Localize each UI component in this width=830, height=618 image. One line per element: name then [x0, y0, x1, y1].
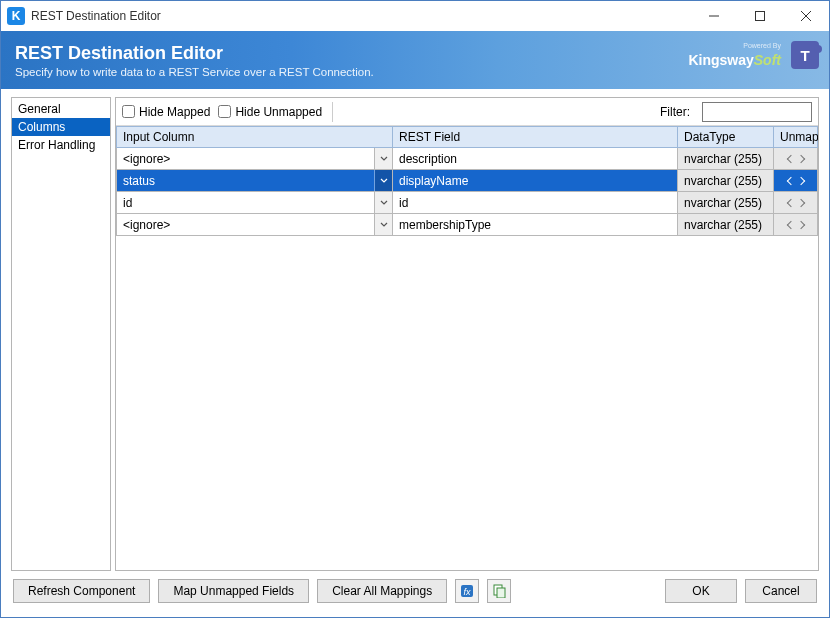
banner-subtitle: Specify how to write data to a REST Serv…	[15, 66, 374, 78]
col-header-input[interactable]: Input Column	[117, 127, 393, 148]
datatype-value: nvarchar (255)	[678, 170, 773, 191]
fx-icon-button[interactable]: fx	[455, 579, 479, 603]
unmap-button[interactable]	[774, 148, 817, 169]
unmap-button[interactable]	[774, 192, 817, 213]
main-panel: Hide Mapped Hide Unmapped Filter: Input …	[115, 97, 819, 571]
input-column-value: status	[117, 170, 375, 191]
hide-unmapped-checkbox[interactable]: Hide Unmapped	[218, 105, 322, 119]
svg-rect-7	[497, 588, 505, 598]
banner: REST Destination Editor Specify how to w…	[1, 31, 829, 89]
table-row[interactable]: <ignore>membershipTypenvarchar (255)	[117, 214, 818, 236]
input-column-dropdown[interactable]: <ignore>	[117, 214, 392, 235]
titlebar: K REST Destination Editor	[1, 1, 829, 31]
window-buttons	[691, 1, 829, 31]
input-column-value: <ignore>	[117, 148, 375, 169]
content: GeneralColumnsError Handling Hide Mapped…	[1, 89, 829, 571]
brand-part-b: Soft	[754, 52, 781, 68]
hide-mapped-label: Hide Mapped	[139, 105, 210, 119]
refresh-component-button[interactable]: Refresh Component	[13, 579, 150, 603]
mapping-table: Input Column REST Field DataType Unmap <…	[116, 126, 818, 236]
datatype-value: nvarchar (255)	[678, 148, 773, 169]
kingswaysoft-logo: Powered By KingswaySoft	[688, 43, 781, 67]
sidebar: GeneralColumnsError Handling	[11, 97, 111, 571]
rest-field-value: displayName	[393, 170, 677, 191]
hide-mapped-input[interactable]	[122, 105, 135, 118]
svg-rect-1	[756, 12, 765, 21]
hide-unmapped-label: Hide Unmapped	[235, 105, 322, 119]
col-header-rest[interactable]: REST Field	[393, 127, 678, 148]
rest-field-value: membershipType	[393, 214, 677, 235]
cancel-button[interactable]: Cancel	[745, 579, 817, 603]
input-column-dropdown[interactable]: status	[117, 170, 392, 191]
toolbar-divider	[332, 102, 333, 122]
banner-heading: REST Destination Editor	[15, 43, 374, 64]
ok-button[interactable]: OK	[665, 579, 737, 603]
minimize-button[interactable]	[691, 1, 737, 31]
unmap-icon	[788, 175, 804, 187]
col-header-dtype[interactable]: DataType	[678, 127, 774, 148]
unmap-icon	[788, 153, 804, 165]
input-column-value: id	[117, 192, 375, 213]
datatype-value: nvarchar (255)	[678, 192, 773, 213]
script-icon-button[interactable]	[487, 579, 511, 603]
mapping-grid: Input Column REST Field DataType Unmap <…	[116, 126, 818, 570]
datatype-value: nvarchar (255)	[678, 214, 773, 235]
table-row[interactable]: ididnvarchar (255)	[117, 192, 818, 214]
chevron-down-icon[interactable]	[375, 148, 392, 169]
banner-logos: Powered By KingswaySoft T	[688, 41, 819, 69]
table-row[interactable]: statusdisplayNamenvarchar (255)	[117, 170, 818, 192]
rest-field-value: description	[393, 148, 677, 169]
rest-field-value: id	[393, 192, 677, 213]
svg-text:fx: fx	[464, 587, 472, 597]
map-unmapped-fields-button[interactable]: Map Unmapped Fields	[158, 579, 309, 603]
input-column-dropdown[interactable]: <ignore>	[117, 148, 392, 169]
brand-part-a: Kingsway	[688, 52, 753, 68]
clear-all-mappings-button[interactable]: Clear All Mappings	[317, 579, 447, 603]
bottombar: Refresh Component Map Unmapped Fields Cl…	[1, 571, 829, 611]
table-row[interactable]: <ignore>descriptionnvarchar (255)	[117, 148, 818, 170]
sidebar-item-error-handling[interactable]: Error Handling	[12, 136, 110, 154]
toolbar: Hide Mapped Hide Unmapped Filter:	[116, 98, 818, 126]
hide-mapped-checkbox[interactable]: Hide Mapped	[122, 105, 210, 119]
app-icon: K	[7, 7, 25, 25]
filter-input[interactable]	[702, 102, 812, 122]
sidebar-item-general[interactable]: General	[12, 100, 110, 118]
hide-unmapped-input[interactable]	[218, 105, 231, 118]
input-column-dropdown[interactable]: id	[117, 192, 392, 213]
chevron-down-icon[interactable]	[375, 192, 392, 213]
banner-text: REST Destination Editor Specify how to w…	[15, 43, 374, 78]
unmap-button[interactable]	[774, 170, 817, 191]
chevron-down-icon[interactable]	[375, 170, 392, 191]
col-header-unmap[interactable]: Unmap	[774, 127, 818, 148]
maximize-button[interactable]	[737, 1, 783, 31]
chevron-down-icon[interactable]	[375, 214, 392, 235]
unmap-icon	[788, 197, 804, 209]
sidebar-item-columns[interactable]: Columns	[12, 118, 110, 136]
filter-label: Filter:	[660, 105, 690, 119]
powered-by-label: Powered By	[743, 42, 781, 49]
teams-icon: T	[791, 41, 819, 69]
input-column-value: <ignore>	[117, 214, 375, 235]
unmap-button[interactable]	[774, 214, 817, 235]
unmap-icon	[788, 219, 804, 231]
window-title: REST Destination Editor	[31, 9, 691, 23]
close-button[interactable]	[783, 1, 829, 31]
